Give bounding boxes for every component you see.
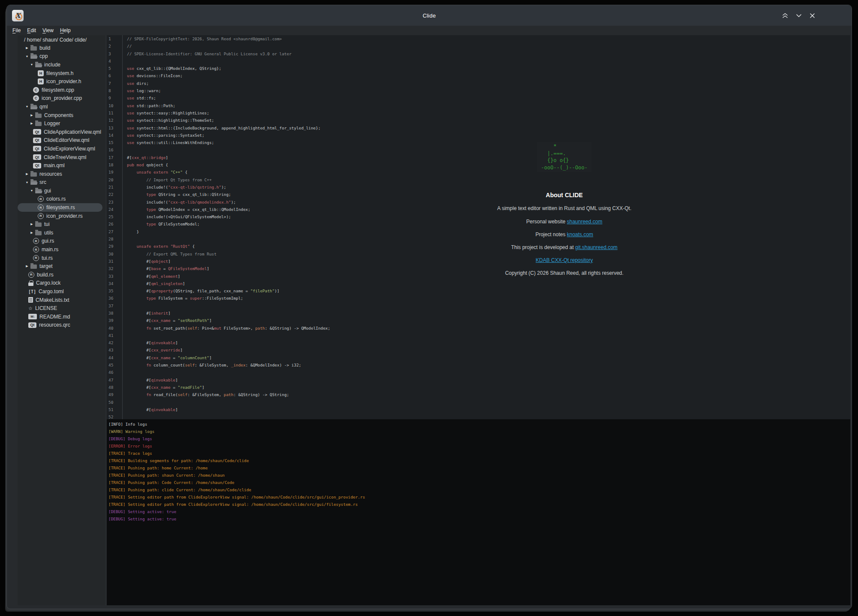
chevron-right-icon[interactable]: ▶ bbox=[30, 114, 34, 117]
menu-view[interactable]: View bbox=[42, 27, 54, 33]
tree-item-Logger[interactable]: ▶Logger bbox=[18, 119, 102, 128]
code-line[interactable]: 51 #[qinvokable] bbox=[107, 406, 850, 413]
menu-help[interactable]: Help bbox=[60, 27, 71, 33]
link-knoats-com[interactable]: knoats.com bbox=[567, 231, 593, 237]
code-line[interactable]: 34 #[qml_singleton] bbox=[107, 280, 850, 287]
folder-open-icon bbox=[30, 105, 37, 109]
minimize-button[interactable] bbox=[795, 12, 802, 18]
line-number: 19 bbox=[107, 168, 123, 176]
code-line[interactable]: 40 fn set_root_path(self: Pin<&mut FileS… bbox=[107, 325, 850, 332]
code-line[interactable]: 35 #[qproperty(QString, file_path, cxx_n… bbox=[107, 287, 850, 294]
code-line[interactable]: 11use syntect::easy::HighlightLines; bbox=[107, 109, 850, 117]
tree-item-ClideExplorerView.qml[interactable]: QtClideExplorerView.qml bbox=[18, 144, 102, 153]
chevron-right-icon[interactable]: ▶ bbox=[25, 46, 29, 50]
code-line[interactable]: 48 #[cxx_name = "readFile"] bbox=[107, 384, 850, 391]
chevron-right-icon[interactable]: ▶ bbox=[25, 172, 29, 176]
code-line[interactable]: 8use log::warn; bbox=[107, 87, 850, 94]
tree-item-utils[interactable]: ▶utils bbox=[18, 228, 102, 237]
code-line[interactable]: 41 bbox=[107, 332, 850, 339]
tree-item-ClideTreeView.qml[interactable]: QtClideTreeView.qml bbox=[18, 153, 102, 162]
code-line[interactable]: 3// SPDX-License-Identifier: GNU General… bbox=[107, 50, 850, 57]
code-line[interactable]: 46 bbox=[107, 369, 850, 376]
menu-file[interactable]: File bbox=[12, 27, 21, 33]
code-line[interactable]: 44 #[cxx_name = "columnCount"] bbox=[107, 354, 850, 361]
tree-item-Cargo.lock[interactable]: Cargo.lock bbox=[18, 279, 102, 288]
code-line[interactable]: 37 bbox=[107, 302, 850, 310]
tree-item-Components[interactable]: ▶Components bbox=[18, 111, 102, 120]
code-line[interactable]: 12use syntect::highlighting::ThemeSet; bbox=[107, 117, 850, 124]
tree-item-label: main.rs bbox=[42, 246, 58, 252]
code-line[interactable]: 45 fn column_count(self: &FileSystem, _i… bbox=[107, 361, 850, 369]
tree-item-src[interactable]: ▼src bbox=[18, 178, 102, 187]
tree-item-Cargo.toml[interactable]: [T]Cargo.toml bbox=[18, 287, 102, 296]
tree-item-cpp[interactable]: ▼cpp bbox=[18, 52, 102, 61]
code-line[interactable]: 9use std::fs; bbox=[107, 94, 850, 102]
code-line[interactable]: 42 #[qinvokable] bbox=[107, 339, 850, 346]
chevron-down-icon[interactable]: ▼ bbox=[30, 63, 34, 66]
code-line[interactable]: 7use dirs; bbox=[107, 80, 850, 87]
chevron-right-icon[interactable]: ▶ bbox=[25, 264, 29, 268]
tree-item-resources[interactable]: ▶resources bbox=[18, 170, 102, 178]
code-line[interactable]: 38 #[inherit] bbox=[107, 310, 850, 317]
tree-item-filesystem.h[interactable]: Hfilesystem.h bbox=[18, 69, 102, 78]
tree-item-tui.rs[interactable]: Rtui.rs bbox=[18, 254, 102, 262]
log-line: [DEBUG] Debug logs bbox=[108, 435, 850, 442]
tree-item-include[interactable]: ▼include bbox=[18, 60, 102, 69]
tree-item-gui.rs[interactable]: Rgui.rs bbox=[18, 237, 102, 246]
chevron-right-icon[interactable]: ▶ bbox=[30, 122, 34, 125]
code-line[interactable]: 4 bbox=[107, 57, 850, 65]
code-line[interactable]: 43 #[cxx_override] bbox=[107, 346, 850, 354]
tree-item-CMakeLists.txt[interactable]: CMakeLists.txt bbox=[18, 296, 102, 304]
code-line[interactable]: 5use cxx_qt_lib::{QModelIndex, QString}; bbox=[107, 65, 850, 72]
code-line[interactable]: 10use std::path::Path; bbox=[107, 102, 850, 109]
link-git-shaunreed-com[interactable]: git.shaunreed.com bbox=[575, 244, 617, 250]
tree-item-ClideApplicationView.qml[interactable]: QtClideApplicationView.qml bbox=[18, 128, 102, 136]
code-editor[interactable]: 1// SPDX-FileCopyrightText: 2026, Shaun … bbox=[107, 35, 850, 419]
tree-item-main.qml[interactable]: Qtmain.qml bbox=[18, 161, 102, 170]
tree-item-resources.qrc[interactable]: Qtresources.qrc bbox=[18, 321, 102, 330]
titlebar[interactable]: X Clide bbox=[7, 5, 852, 26]
tree-item-build[interactable]: ▶build bbox=[18, 44, 102, 52]
tree-item-main.rs[interactable]: Rmain.rs bbox=[18, 245, 102, 254]
menu-edit[interactable]: Edit bbox=[27, 27, 36, 33]
tree-item-label: gui bbox=[44, 188, 51, 194]
tree-item-gui[interactable]: ▼gui bbox=[18, 186, 102, 195]
tree-item-README.md[interactable]: M↓README.md bbox=[18, 313, 102, 321]
line-number: 49 bbox=[107, 391, 123, 398]
tree-item-qml[interactable]: ▼qml bbox=[18, 102, 102, 111]
chevron-down-icon[interactable]: ▼ bbox=[25, 181, 29, 184]
chevron-right-icon[interactable]: ▶ bbox=[30, 222, 34, 226]
code-line[interactable]: 1// SPDX-FileCopyrightText: 2026, Shaun … bbox=[107, 35, 850, 42]
chevron-down-icon[interactable]: ▼ bbox=[25, 55, 29, 58]
log-panel[interactable]: [INFO] Info logs[WARN] Warning logs[DEBU… bbox=[107, 419, 850, 605]
code-line[interactable]: 52 bbox=[107, 413, 850, 419]
keep-above-button[interactable] bbox=[782, 12, 788, 18]
tree-item-icon_provider.cpp[interactable]: Cicon_provider.cpp bbox=[18, 94, 102, 103]
code-line[interactable]: 47 #[qinvokable] bbox=[107, 376, 850, 384]
code-line[interactable]: 14use syntect::parsing::SyntaxSet; bbox=[107, 132, 850, 139]
code-line[interactable]: 49 fn read_file(self: &FileSystem, path:… bbox=[107, 391, 850, 398]
tree-item-icon_provider.rs[interactable]: Ricon_provider.rs bbox=[18, 212, 102, 220]
code-line[interactable]: 50 bbox=[107, 399, 850, 406]
link-shaunreed-com[interactable]: shaunreed.com bbox=[567, 219, 602, 225]
tree-item-target[interactable]: ▶target bbox=[18, 262, 102, 270]
tree-item-build.rs[interactable]: Rbuild.rs bbox=[18, 270, 102, 279]
tree-item-filesystem.rs[interactable]: Rfilesystem.rs bbox=[18, 203, 102, 212]
chevron-down-icon[interactable]: ▼ bbox=[25, 105, 29, 108]
tree-item-icon_provider.h[interactable]: Hicon_provider.h bbox=[18, 77, 102, 86]
app-icon[interactable]: X bbox=[12, 10, 24, 21]
code-line[interactable]: 13use syntect::html::{IncludeBackground,… bbox=[107, 124, 850, 132]
code-line[interactable]: 39 #[cxx_name = "setRootPath"] bbox=[107, 317, 850, 324]
chevron-down-icon[interactable]: ▼ bbox=[30, 189, 34, 192]
tree-item-tui[interactable]: ▶tui bbox=[18, 220, 102, 228]
code-line[interactable]: 36 type FileSystem = super::FileSystemIm… bbox=[107, 294, 850, 302]
chevron-right-icon[interactable]: ▶ bbox=[30, 231, 34, 234]
code-line[interactable]: 6use devicons::FileIcon; bbox=[107, 72, 850, 79]
tree-item-LICENSE[interactable]: ☆LICENSE bbox=[18, 304, 102, 313]
code-line[interactable]: 2// bbox=[107, 42, 850, 50]
tree-item-filesystem.cpp[interactable]: Cfilesystem.cpp bbox=[18, 86, 102, 94]
tree-item-ClideEditorView.qml[interactable]: QtClideEditorView.qml bbox=[18, 136, 102, 145]
link-kdab-cxx-qt-repository[interactable]: KDAB CXX-Qt repository bbox=[536, 257, 593, 263]
close-button[interactable] bbox=[809, 12, 816, 18]
tree-item-colors.rs[interactable]: Rcolors.rs bbox=[18, 195, 102, 204]
